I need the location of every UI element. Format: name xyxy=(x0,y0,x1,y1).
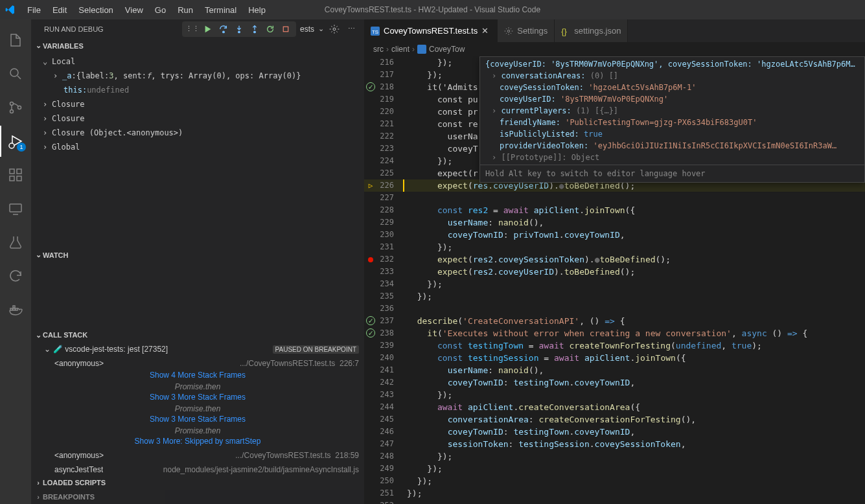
show-more-skipped[interactable]: Show 3 More: Skipped by smartStep xyxy=(31,437,364,448)
line-content[interactable]: coveyT xyxy=(403,143,478,155)
line-content[interactable]: const pr xyxy=(403,106,478,118)
line-content[interactable] xyxy=(403,192,407,204)
line-content[interactable]: describe('CreateConversationAPI', () => … xyxy=(403,315,625,327)
callstack-frame[interactable]: asyncJestTestnode_modules/jest-jasmine2/… xyxy=(31,463,364,475)
step-over-button[interactable] xyxy=(217,23,230,36)
callstack-frame[interactable]: <anonymous>.../CoveyTownsREST.test.ts 21… xyxy=(31,448,364,463)
gutter-glyph[interactable] xyxy=(364,56,377,69)
code-line[interactable]: 246 coveyTownID: testingTown.coveyTownID… xyxy=(364,426,865,438)
gutter-glyph[interactable]: ✓ xyxy=(366,316,375,325)
gutter-glyph[interactable] xyxy=(364,303,377,315)
run-debug-icon[interactable]: 1 xyxy=(0,126,31,157)
code-line[interactable]: 248 }); xyxy=(364,450,865,463)
gutter-glyph[interactable] xyxy=(364,499,377,504)
gutter-glyph[interactable] xyxy=(364,438,377,450)
callstack-thread[interactable]: ⌄🧪 vscode-jest-tests: jest [27352] Pause… xyxy=(31,342,364,356)
gutter-glyph[interactable] xyxy=(364,106,377,118)
stop-button[interactable] xyxy=(279,23,292,36)
scope-local[interactable]: ⌄Local xyxy=(31,54,364,69)
gutter-glyph[interactable] xyxy=(364,266,377,278)
code-line[interactable]: 235 }); xyxy=(364,290,865,303)
callstack-section-header[interactable]: ⌄CALL STACK xyxy=(31,328,364,342)
gutter-glyph[interactable] xyxy=(364,192,377,204)
gutter-glyph[interactable]: ✓ xyxy=(366,328,375,338)
close-icon[interactable]: ✕ xyxy=(481,26,490,36)
line-content[interactable]: userName: nanoid(), xyxy=(403,216,544,229)
gutter-glyph[interactable]: ✓ xyxy=(366,82,375,91)
explorer-icon[interactable] xyxy=(0,25,31,56)
line-content[interactable]: }); xyxy=(403,155,452,167)
line-content[interactable]: coveyTownID: testingTown.coveyTownID, xyxy=(403,376,635,389)
gutter-glyph[interactable] xyxy=(364,69,377,81)
hover-prop[interactable]: friendlyName: 'PublicTestingTown=gjzg-PX… xyxy=(480,117,864,128)
line-content[interactable]: conversationArea: createConversationForT… xyxy=(403,413,696,426)
gutter-glyph[interactable] xyxy=(364,229,377,241)
line-content[interactable]: coveyTownID: testingTown.coveyTownID, xyxy=(403,426,635,438)
gutter-glyph[interactable] xyxy=(364,426,377,438)
remote-icon[interactable] xyxy=(0,193,31,224)
gutter-glyph[interactable] xyxy=(364,487,377,499)
scope-closure-1[interactable]: ›Closure xyxy=(31,97,364,111)
docker-icon[interactable] xyxy=(0,294,31,325)
line-content[interactable]: await apiClient.createConversationArea({ xyxy=(403,401,640,413)
menu-go[interactable]: Go xyxy=(150,3,171,17)
refresh-icon[interactable] xyxy=(0,260,31,292)
drag-handle-icon[interactable]: ⋮⋮ xyxy=(186,23,199,36)
line-content[interactable]: }); xyxy=(403,290,432,303)
code-line[interactable]: 250 }); xyxy=(364,475,865,487)
line-content[interactable]: const testingTown = await createTownForT… xyxy=(403,339,762,352)
gutter-glyph[interactable] xyxy=(364,401,377,413)
line-content[interactable]: expect(r xyxy=(403,167,478,179)
code-line[interactable]: 234 }); xyxy=(364,278,865,290)
hover-prop[interactable]: coveyUserID: '8ysTRM0W7mVoP0EpQNXng' xyxy=(480,93,864,105)
hover-prop[interactable]: coveySessionToken: 'hgzoeLAtc5VsAhB7p6M-… xyxy=(480,82,864,93)
watch-section-header[interactable]: ⌄WATCH xyxy=(31,248,364,262)
gutter-glyph[interactable] xyxy=(364,290,377,303)
code-line[interactable]: 244 await apiClient.createConversationAr… xyxy=(364,401,865,413)
gutter-glyph[interactable] xyxy=(364,413,377,426)
line-content[interactable]: }); xyxy=(403,69,443,81)
debug-config-name[interactable]: ests xyxy=(300,25,314,34)
tab-settings[interactable]: Settings xyxy=(498,19,555,42)
gutter-glyph[interactable] xyxy=(364,463,377,475)
extensions-icon[interactable] xyxy=(0,159,31,190)
gutter-glyph[interactable] xyxy=(364,216,377,229)
line-content[interactable]: }); xyxy=(403,241,452,253)
code-line[interactable]: ✓237 describe('CreateConversationAPI', (… xyxy=(364,315,865,327)
more-icon[interactable]: ⋯ xyxy=(345,23,358,36)
code-line[interactable]: 239 const testingTown = await createTown… xyxy=(364,339,865,352)
hover-prop[interactable]: isPubliclyListed: true xyxy=(480,128,864,140)
var-a[interactable]: ›_a: {label: 3, sent: f, trys: Array(0),… xyxy=(31,69,364,83)
callstack-frame[interactable]: <anonymous>.../CoveyTownsREST.test.ts 22… xyxy=(31,356,364,371)
line-content[interactable]: expect(res2.coveySessionToken).●toBeDefi… xyxy=(403,253,671,266)
breakpoints-section-header[interactable]: ›BREAKPOINTS xyxy=(31,490,364,504)
line-content[interactable]: }); xyxy=(403,450,452,463)
debug-hover-popup[interactable]: {coveyUserID: '8ysTRM0W7mVoP0EpQNXng', c… xyxy=(479,56,865,183)
line-content[interactable]: coveyTownID: privTown1.coveyTownID, xyxy=(403,229,625,241)
gutter-glyph[interactable] xyxy=(364,475,377,487)
show-more-frames-3a[interactable]: Show 3 More Stack Frames xyxy=(31,393,364,404)
menu-view[interactable]: View xyxy=(120,3,148,17)
menu-run[interactable]: Run xyxy=(172,3,198,17)
code-line[interactable]: 245 conversationArea: createConversation… xyxy=(364,413,865,426)
menu-edit[interactable]: Edit xyxy=(47,3,72,17)
line-content[interactable]: it('Executes without error when creating… xyxy=(403,327,807,339)
code-line[interactable]: 251}); xyxy=(364,487,865,499)
code-line[interactable]: 241 userName: nanoid(), xyxy=(364,364,865,376)
gutter-glyph[interactable] xyxy=(364,278,377,290)
line-content[interactable]: }); xyxy=(403,487,422,499)
restart-button[interactable] xyxy=(264,23,277,36)
var-this[interactable]: this: undefined xyxy=(31,83,364,97)
line-content[interactable]: const testingSession = await apiClient.j… xyxy=(403,352,686,364)
gutter-glyph[interactable]: ▷ xyxy=(364,179,377,192)
config-chevron-icon[interactable]: ⌄ xyxy=(318,25,324,33)
gutter-glyph[interactable] xyxy=(364,143,377,155)
line-content[interactable]: const pu xyxy=(403,93,478,106)
menu-selection[interactable]: Selection xyxy=(73,3,118,17)
gutter-glyph[interactable] xyxy=(364,130,377,143)
code-line[interactable]: 229 userName: nanoid(), xyxy=(364,216,865,229)
hover-prop[interactable]: › conversationAreas: (0) [] xyxy=(480,70,864,82)
line-content[interactable] xyxy=(403,303,407,315)
hover-prop[interactable]: providerVideoToken: 'eyJhbGciOiJIUzI1NiI… xyxy=(480,140,864,152)
show-more-frames-4[interactable]: Show 4 More Stack Frames xyxy=(31,371,364,382)
